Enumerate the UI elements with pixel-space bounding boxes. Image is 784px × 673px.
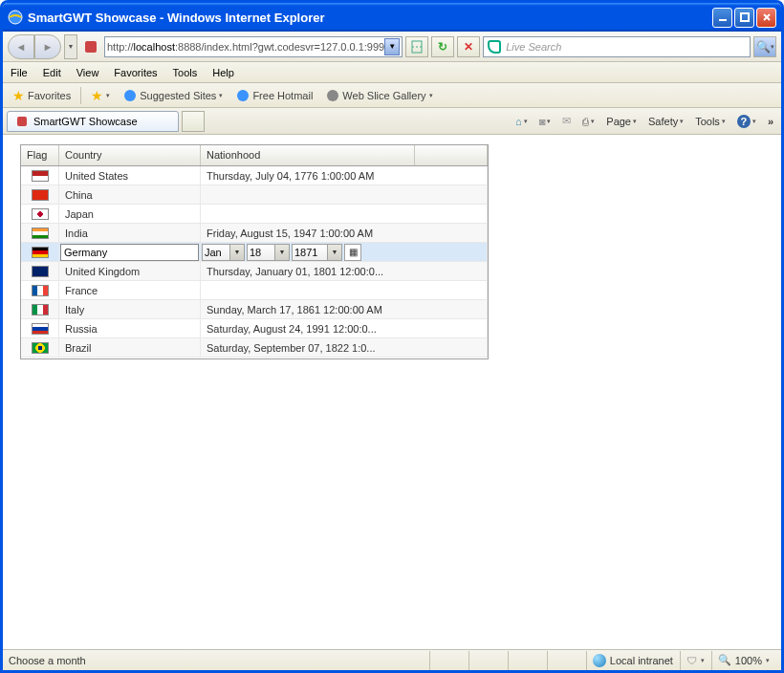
mail-button[interactable]: ✉ <box>558 113 575 129</box>
svg-rect-8 <box>17 117 27 126</box>
menu-tools[interactable]: Tools <box>173 67 198 78</box>
column-header-flag[interactable]: Flag <box>21 145 59 165</box>
column-header-nationhood[interactable]: Nationhood <box>201 145 415 165</box>
svg-point-6 <box>237 90 249 101</box>
flag-cn-icon <box>32 189 49 201</box>
security-zone[interactable]: Local intranet <box>586 651 679 670</box>
menu-view[interactable]: View <box>76 67 99 78</box>
menu-file[interactable]: File <box>11 67 28 78</box>
flag-cell <box>21 319 59 337</box>
svg-point-5 <box>124 90 136 101</box>
refresh-icon: ↻ <box>438 40 447 54</box>
nationhood-cell <box>201 205 488 223</box>
month-select[interactable]: ▼ <box>202 244 245 261</box>
grid-body[interactable]: United StatesThursday, July 04, 1776 1:0… <box>21 166 488 358</box>
search-icon: 🔍 <box>756 40 771 54</box>
table-row[interactable]: ▼▼▼▦ <box>21 243 488 262</box>
forward-button[interactable]: ► <box>34 34 61 59</box>
flag-cell <box>21 224 59 242</box>
print-button[interactable]: ⎙▾ <box>578 114 599 129</box>
country-input[interactable] <box>60 244 199 261</box>
refresh-button[interactable]: ↻ <box>431 36 454 57</box>
webslice-link[interactable]: Web Slice Gallery▾ <box>322 87 436 104</box>
menu-edit[interactable]: Edit <box>43 67 61 78</box>
compat-button[interactable] <box>405 36 428 57</box>
stop-button[interactable]: ✕ <box>457 36 480 57</box>
table-row[interactable]: United KingdomThursday, January 01, 1801… <box>21 262 488 281</box>
country-cell: United States <box>59 166 201 185</box>
flag-fr-icon <box>32 285 49 296</box>
free-hotmail-link[interactable]: Free Hotmail <box>232 87 316 104</box>
search-button[interactable]: 🔍▾ <box>753 36 776 57</box>
flag-cell <box>21 185 59 204</box>
stop-icon: ✕ <box>464 40 473 54</box>
table-row[interactable]: Japan <box>21 205 488 224</box>
flag-cell <box>21 243 59 261</box>
flag-jp-icon <box>32 208 49 220</box>
nationhood-cell <box>201 281 488 299</box>
day-select[interactable]: ▼ <box>247 244 290 261</box>
new-tab-button[interactable] <box>182 111 205 132</box>
table-row[interactable]: ItalySunday, March 17, 1861 12:00:00 AM <box>21 300 488 319</box>
favorites-button[interactable]: ★Favorites <box>9 86 75 105</box>
nationhood-cell: Thursday, July 04, 1776 1:00:00 AM <box>201 166 488 185</box>
status-text: Choose a month <box>9 655 429 666</box>
menu-bar: FileEditViewFavoritesToolsHelp <box>3 62 781 83</box>
flag-cell <box>21 166 59 185</box>
flag-ru-icon <box>32 323 49 335</box>
safety-menu[interactable]: Safety▾ <box>644 114 687 129</box>
status-pane <box>508 651 546 670</box>
ie-small-icon <box>123 89 137 102</box>
country-cell: Brazil <box>59 338 201 357</box>
suggested-sites-link[interactable]: Suggested Sites▾ <box>120 87 227 104</box>
year-select[interactable]: ▼ <box>292 244 342 261</box>
status-pane <box>547 651 585 670</box>
address-bar[interactable]: http://localhost:8888/index.html?gwt.cod… <box>104 36 403 57</box>
protected-mode[interactable]: 🛡▾ <box>680 651 710 670</box>
close-button[interactable] <box>756 8 776 28</box>
window-titlebar: SmartGWT Showcase - Windows Internet Exp… <box>3 3 781 32</box>
table-row[interactable]: RussiaSaturday, August 24, 1991 12:00:0.… <box>21 319 488 338</box>
flag-cell <box>21 338 59 357</box>
flag-in-icon <box>32 228 49 239</box>
table-row[interactable]: BrazilSaturday, September 07, 1822 1:0..… <box>21 338 488 358</box>
table-row[interactable]: IndiaFriday, August 15, 1947 1:00:00 AM <box>21 224 488 243</box>
minimize-button[interactable] <box>712 8 732 28</box>
column-header-spacer <box>415 145 488 165</box>
print-icon: ⎙ <box>582 116 589 127</box>
back-button[interactable]: ◄ <box>8 34 34 59</box>
nav-history-dropdown[interactable]: ▼ <box>64 34 77 59</box>
country-cell: China <box>59 185 201 204</box>
flag-cell <box>21 300 59 318</box>
favorites-bar: ★Favorites ★▾ Suggested Sites▾ Free Hotm… <box>3 83 781 108</box>
flag-us-icon <box>32 170 49 182</box>
tab-smartgwt[interactable]: SmartGWT Showcase <box>7 111 179 132</box>
chevron-button[interactable]: » <box>764 114 777 129</box>
add-favorite-button[interactable]: ★▾ <box>87 86 114 105</box>
table-row[interactable]: France <box>21 281 488 300</box>
calendar-button[interactable]: ▦ <box>344 244 361 261</box>
page-menu[interactable]: Page▾ <box>602 114 641 129</box>
content-area: Flag Country Nationhood United StatesThu… <box>3 135 781 649</box>
maximize-button[interactable] <box>734 8 754 28</box>
home-button[interactable]: ⌂▾ <box>512 114 532 129</box>
table-row[interactable]: China <box>21 185 488 205</box>
zoom-control[interactable]: 🔍100%▾ <box>711 651 775 670</box>
ie-small-icon <box>236 89 250 102</box>
address-dropdown[interactable]: ▼ <box>384 38 400 55</box>
help-button[interactable]: ?▾ <box>733 113 760 130</box>
calendar-icon: ▦ <box>349 247 358 257</box>
table-row[interactable]: United StatesThursday, July 04, 1776 1:0… <box>21 166 488 185</box>
navigation-bar: ◄ ► ▼ http://localhost:8888/index.html?g… <box>3 32 781 62</box>
tools-menu[interactable]: Tools▾ <box>691 114 730 129</box>
flag-cell <box>21 262 59 280</box>
grid-header: Flag Country Nationhood <box>21 145 488 166</box>
nationhood-cell: Saturday, August 24, 1991 12:00:0... <box>201 319 488 337</box>
rss-button[interactable]: ◙▾ <box>535 114 555 129</box>
menu-favorites[interactable]: Favorites <box>114 67 157 78</box>
ie-icon <box>8 10 23 25</box>
star-plus-icon: ★ <box>91 88 103 103</box>
search-bar[interactable]: Live Search <box>483 36 751 57</box>
menu-help[interactable]: Help <box>212 67 234 78</box>
column-header-country[interactable]: Country <box>59 145 201 165</box>
